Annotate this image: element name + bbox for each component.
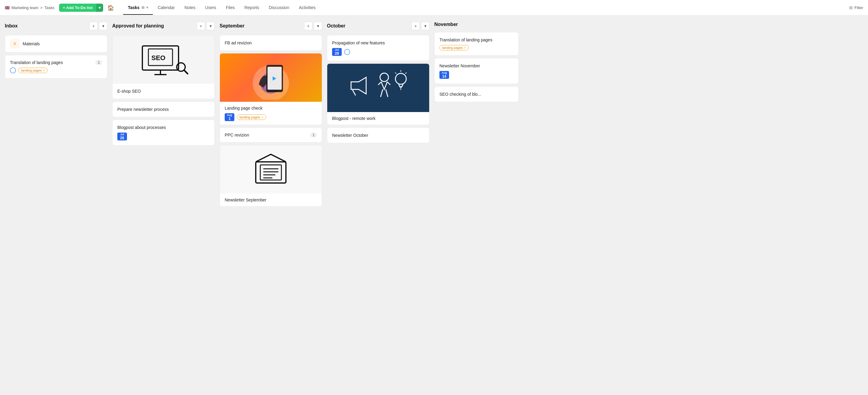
column-title-inbox: Inbox xyxy=(5,23,18,29)
card-landing-check-title: Landing page check xyxy=(225,106,262,111)
card-translation[interactable]: Translation of landing pages 1 landing p… xyxy=(5,55,107,79)
card-translation-nov-title: Translation of landing pages xyxy=(439,37,492,42)
menu-inbox[interactable]: ▾ xyxy=(99,22,107,30)
column-actions-october: + ▾ xyxy=(411,22,430,30)
card-translation-nov[interactable]: Translation of landing pages landing pag… xyxy=(434,32,519,56)
card-landing-check-meta: Aug 1 landing pages × xyxy=(225,113,317,121)
card-blogpost-processes-meta: Jul 26 xyxy=(117,133,210,140)
column-header-november: November xyxy=(434,21,519,30)
card-translation-count: 1 xyxy=(95,60,102,65)
card-materials-title: Materials xyxy=(23,41,40,46)
card-eshop-seo-title: E-shop SEO xyxy=(117,89,141,94)
card-newsletter-process[interactable]: Prepare newsletter process xyxy=(112,102,215,117)
tab-tasks[interactable]: Tasks ⊞ ▾ xyxy=(123,1,153,15)
date-badge-jul28: Jul 28 xyxy=(332,48,342,56)
tab-activities[interactable]: Activities xyxy=(294,1,320,15)
materials-icon: ≡ xyxy=(10,39,20,49)
card-landing-check[interactable]: Landing page check Aug 1 landing pages × xyxy=(220,53,322,125)
tag-remove-icon[interactable]: × xyxy=(43,68,45,72)
team-name[interactable]: Marketing team xyxy=(11,5,39,10)
page-title: Tasks xyxy=(44,5,54,10)
breadcrumb-sep: > xyxy=(40,5,43,10)
card-newsletter-sep[interactable]: Newsletter September xyxy=(220,145,322,206)
card-blogpost-processes[interactable]: Blogpost about processes Jul 26 xyxy=(112,120,215,146)
add-todo-button[interactable]: + Add To-Do list ▾ xyxy=(59,4,103,12)
card-newsletter-nov-title: Newsletter November xyxy=(439,63,480,68)
column-title-approved: Approved for planning xyxy=(112,23,164,29)
card-translation-nov-meta: landing pages × xyxy=(439,45,514,51)
tasks-chevron-icon[interactable]: ▾ xyxy=(146,5,148,10)
card-blogpost-remote-title: Blogpost - remote work xyxy=(332,116,375,121)
column-approved: Approved for planning + ▾ SEO xyxy=(112,21,215,390)
column-inbox: Inbox + ▾ ≡ Materials Translation of lan… xyxy=(5,21,107,390)
column-actions-inbox: + ▾ xyxy=(89,22,107,30)
card-propagation-title: Propagation of new features xyxy=(332,40,385,45)
card-blogpost-processes-title: Blogpost about processes xyxy=(117,125,166,130)
tag-landing-pages: landing pages × xyxy=(19,68,48,73)
card-newsletter-nov-meta: Aug 14 xyxy=(439,71,514,79)
svg-point-21 xyxy=(395,74,406,84)
card-newsletter-process-title: Prepare newsletter process xyxy=(117,107,168,112)
column-title-november: November xyxy=(434,22,458,27)
card-eshop-seo[interactable]: SEO E-shop SEO xyxy=(112,35,215,99)
board: Inbox + ▾ ≡ Materials Translation of lan… xyxy=(0,16,868,395)
card-ppc-count: 1 xyxy=(310,133,317,137)
date-badge-jul26: Jul 26 xyxy=(117,133,127,140)
date-badge-aug1: Aug 1 xyxy=(225,113,234,121)
card-seo-blog[interactable]: SEO checking of blo... xyxy=(434,86,519,102)
svg-text:SEO: SEO xyxy=(151,54,165,62)
menu-approved[interactable]: ▾ xyxy=(206,22,215,30)
column-october: October + ▾ Propagation of new features … xyxy=(327,21,430,390)
svg-line-19 xyxy=(352,90,355,95)
add-card-september[interactable]: + xyxy=(304,22,312,30)
flag-icon: 🇬🇧 xyxy=(5,5,10,10)
tab-reports[interactable]: Reports xyxy=(240,1,264,15)
column-header-approved: Approved for planning + ▾ xyxy=(112,21,215,33)
card-translation-meta: landing pages × xyxy=(10,67,102,74)
add-card-approved[interactable]: + xyxy=(197,22,205,30)
card-newsletter-sep-title: Newsletter September xyxy=(225,198,267,202)
home-button[interactable]: 🏠 xyxy=(105,3,116,13)
card-fb-ad[interactable]: FB ad revizion xyxy=(220,35,322,51)
landing-illustration xyxy=(220,53,322,102)
column-actions-approved: + ▾ xyxy=(197,22,215,30)
column-header-september: September + ▾ xyxy=(220,21,322,33)
column-november: November Translation of landing pages la… xyxy=(434,21,519,390)
tasks-grid-icon: ⊞ xyxy=(142,5,145,10)
card-seo-blog-title: SEO checking of blo... xyxy=(439,92,482,96)
tab-users[interactable]: Users xyxy=(200,1,221,15)
card-newsletter-nov[interactable]: Newsletter November Aug 14 xyxy=(434,58,519,84)
card-newsletter-oct-title: Newsletter October xyxy=(332,133,368,138)
menu-september[interactable]: ▾ xyxy=(314,22,322,30)
breadcrumb: 🇬🇧 Marketing team > Tasks xyxy=(5,5,54,10)
circle-status-icon xyxy=(10,67,16,74)
filter-button[interactable]: ⊟ Filter xyxy=(849,5,863,10)
svg-line-25 xyxy=(405,73,407,74)
add-card-october[interactable]: + xyxy=(411,22,420,30)
column-header-inbox: Inbox + ▾ xyxy=(5,21,107,33)
date-badge-aug14: Aug 14 xyxy=(439,71,449,79)
tab-discussion[interactable]: Discussion xyxy=(264,1,294,15)
tag-landing-check: landing pages × xyxy=(237,114,266,120)
add-card-inbox[interactable]: + xyxy=(89,22,98,30)
add-btn-chevron[interactable]: ▾ xyxy=(96,4,103,12)
column-title-september: September xyxy=(220,23,245,29)
menu-october[interactable]: ▾ xyxy=(421,22,430,30)
column-header-october: October + ▾ xyxy=(327,21,430,33)
column-title-october: October xyxy=(327,23,345,29)
card-materials[interactable]: ≡ Materials xyxy=(5,35,107,53)
tab-notes[interactable]: Notes xyxy=(180,1,200,15)
column-actions-september: + ▾ xyxy=(304,22,322,30)
tag-remove-landing-check[interactable]: × xyxy=(261,115,263,119)
tag-translation-nov: landing pages × xyxy=(439,45,469,51)
tab-calendar[interactable]: Calendar xyxy=(153,1,180,15)
card-blogpost-remote[interactable]: Blogpost - remote work xyxy=(327,63,430,125)
card-translation-title: Translation of landing pages xyxy=(10,60,63,65)
card-ppc[interactable]: PPC revizion 1 xyxy=(220,128,322,143)
card-propagation[interactable]: Propagation of new features Jul 28 xyxy=(327,35,430,61)
tab-files[interactable]: Files xyxy=(221,1,240,15)
svg-line-26 xyxy=(395,73,396,74)
card-ppc-title: PPC revizion xyxy=(225,133,249,137)
card-newsletter-oct[interactable]: Newsletter October xyxy=(327,128,430,143)
tag-remove-nov[interactable]: × xyxy=(464,46,466,50)
